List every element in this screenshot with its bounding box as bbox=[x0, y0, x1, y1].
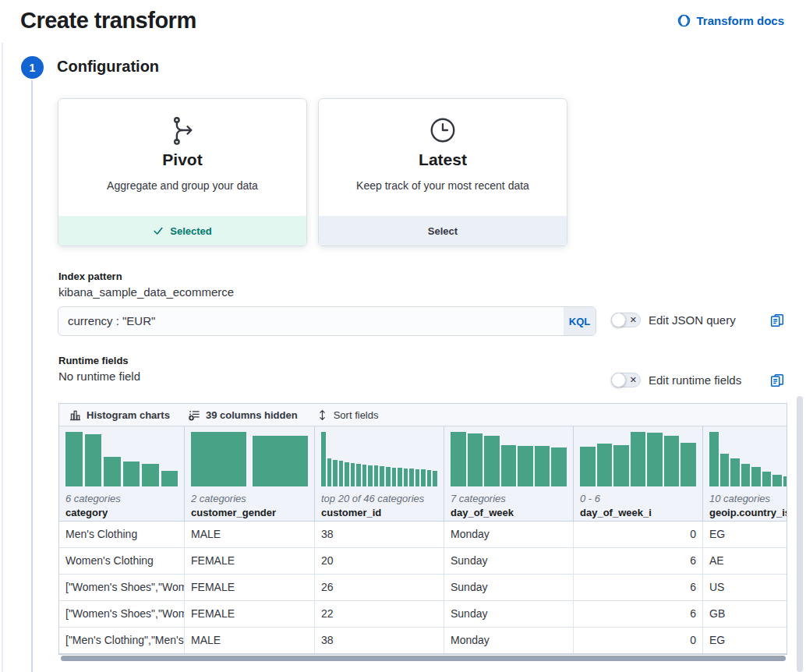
histogram-bar bbox=[451, 432, 466, 486]
histogram-bar bbox=[65, 432, 83, 486]
table-row: ["Women's Shoes","Wom...FEMALE26Sunday6U… bbox=[59, 575, 787, 601]
index-pattern-label: Index pattern bbox=[58, 271, 122, 282]
histogram-chart-customer_gender bbox=[191, 432, 308, 486]
transform-type-cards: Pivot Aggregate and group your data Sele… bbox=[58, 98, 567, 246]
histogram-bar bbox=[321, 432, 326, 486]
histogram-bar bbox=[339, 461, 344, 486]
transform-docs-link[interactable]: Transform docs bbox=[677, 14, 784, 27]
table-cell: ["Women's Shoes","Wom... bbox=[59, 601, 185, 627]
table-cell: Sunday bbox=[444, 601, 574, 627]
histogram-charts-label: Histogram charts bbox=[87, 409, 170, 421]
column-field-name: day_of_week bbox=[451, 507, 567, 518]
edit-runtime-fields-label: Edit runtime fields bbox=[649, 373, 741, 387]
table-cell: 26 bbox=[315, 575, 444, 600]
columns-list-add-icon bbox=[189, 409, 200, 421]
table-cell: 0 bbox=[574, 522, 703, 547]
column-header-category[interactable]: 6 categoriescategory bbox=[59, 426, 185, 521]
table-cell: FEMALE bbox=[185, 601, 315, 627]
latest-card-title: Latest bbox=[319, 150, 567, 169]
column-field-name: customer_id bbox=[321, 507, 437, 518]
histogram-bar bbox=[386, 467, 391, 486]
latest-select-button[interactable]: Select bbox=[319, 216, 567, 246]
columns-hidden-button[interactable]: 39 columns hidden bbox=[189, 409, 298, 421]
latest-card[interactable]: Latest Keep track of your most recent da… bbox=[318, 98, 567, 246]
histogram-bar bbox=[631, 432, 646, 486]
histogram-charts-button[interactable]: Histogram charts bbox=[69, 409, 170, 421]
table-cell: 6 bbox=[574, 548, 703, 574]
column-header-day_of_week_i[interactable]: 0 - 6day_of_week_i bbox=[574, 426, 703, 521]
table-cell: 38 bbox=[315, 628, 444, 653]
toggle-off-cross-icon: ✕ bbox=[630, 374, 637, 386]
copy-json-query-button[interactable] bbox=[770, 313, 786, 329]
pivot-card-description: Aggregate and group your data bbox=[58, 179, 306, 192]
horizontal-scrollbar[interactable] bbox=[61, 656, 786, 661]
toggle-knob bbox=[611, 313, 626, 327]
histogram-bar bbox=[85, 434, 102, 486]
query-language-button[interactable]: KQL bbox=[564, 307, 596, 335]
transform-docs-label: Transform docs bbox=[696, 14, 784, 27]
histogram-bar bbox=[427, 470, 432, 486]
histogram-bar bbox=[104, 457, 121, 487]
sort-fields-label: Sort fields bbox=[334, 409, 379, 421]
histogram-bar bbox=[191, 432, 246, 486]
check-icon bbox=[153, 225, 164, 236]
histogram-bar bbox=[368, 465, 373, 486]
column-header-customer_gender[interactable]: 2 categoriescustomer_gender bbox=[185, 426, 315, 521]
column-header-day_of_week[interactable]: 7 categoriesday_of_week bbox=[444, 426, 574, 521]
histogram-bar bbox=[709, 432, 719, 486]
histogram-icon bbox=[69, 409, 81, 421]
histogram-bar bbox=[664, 436, 680, 486]
edit-json-query-toggle[interactable]: ✕ bbox=[611, 313, 641, 327]
histogram-bar bbox=[518, 446, 533, 487]
table-cell: 20 bbox=[315, 548, 444, 574]
histogram-chart-geoip.country_iso_code bbox=[709, 432, 787, 486]
histogram-bar bbox=[597, 444, 613, 486]
histogram-bar bbox=[741, 464, 751, 486]
query-input[interactable]: currency : "EUR" bbox=[58, 307, 564, 335]
column-field-name: day_of_week_i bbox=[580, 507, 696, 518]
table-cell: US bbox=[703, 575, 787, 600]
table-cell: Women's Clothing bbox=[59, 548, 185, 574]
histogram-bar bbox=[161, 471, 179, 486]
histogram-bar bbox=[333, 460, 338, 486]
histogram-chart-category bbox=[65, 432, 178, 486]
pivot-card[interactable]: Pivot Aggregate and group your data Sele… bbox=[58, 98, 307, 246]
toggle-off-cross-icon: ✕ bbox=[630, 314, 637, 326]
histogram-bar bbox=[380, 466, 384, 486]
sort-fields-button[interactable]: Sort fields bbox=[316, 409, 379, 421]
histogram-bar bbox=[398, 468, 402, 486]
page-title: Create transform bbox=[20, 8, 196, 34]
table-row: Men's ClothingMALE38Monday0EG bbox=[59, 522, 787, 548]
column-legend: 2 categories bbox=[191, 493, 308, 504]
grid-body: Men's ClothingMALE38Monday0EGWomen's Clo… bbox=[59, 522, 787, 654]
histogram-chart-day_of_week bbox=[451, 432, 567, 486]
grid-header-row: 6 categoriescategory2 categoriescustomer… bbox=[59, 426, 787, 522]
documentation-icon bbox=[677, 14, 691, 27]
copy-runtime-fields-button[interactable] bbox=[770, 373, 786, 389]
index-pattern-value: kibana_sample_data_ecommerce bbox=[58, 285, 234, 299]
column-header-customer_id[interactable]: top 20 of 46 categoriescustomer_id bbox=[315, 426, 444, 521]
runtime-fields-label: Runtime fields bbox=[58, 355, 129, 366]
edit-runtime-fields-toggle[interactable]: ✕ bbox=[611, 373, 641, 387]
table-cell: Monday bbox=[444, 522, 574, 547]
histogram-chart-day_of_week_i bbox=[580, 432, 696, 486]
column-legend: 7 categories bbox=[451, 493, 567, 504]
vertical-scrollbar[interactable] bbox=[797, 396, 803, 672]
table-cell: FEMALE bbox=[185, 548, 315, 574]
column-field-name: geoip.country_iso_code bbox=[709, 507, 787, 518]
toggle-knob bbox=[611, 373, 626, 387]
column-header-geoip.country_iso_code[interactable]: 10 categoriesgeoip.country_iso_code bbox=[703, 426, 787, 521]
pivot-selected-footer[interactable]: Selected bbox=[58, 216, 306, 246]
step-connector-line bbox=[31, 80, 33, 672]
pivot-card-title: Pivot bbox=[58, 150, 306, 169]
histogram-bar bbox=[551, 447, 567, 486]
table-cell: 6 bbox=[574, 575, 703, 600]
histogram-bar bbox=[730, 458, 740, 486]
latest-card-description: Keep track of your most recent data bbox=[319, 179, 567, 192]
step-number: 1 bbox=[30, 62, 36, 74]
table-row: Women's ClothingFEMALE20Sunday6AE bbox=[59, 548, 787, 575]
histogram-bar bbox=[421, 469, 426, 486]
latest-footer-label: Select bbox=[428, 225, 458, 237]
histogram-bar bbox=[362, 465, 367, 486]
table-row: ["Women's Shoes","Wom...FEMALE22Sunday6G… bbox=[59, 601, 787, 628]
